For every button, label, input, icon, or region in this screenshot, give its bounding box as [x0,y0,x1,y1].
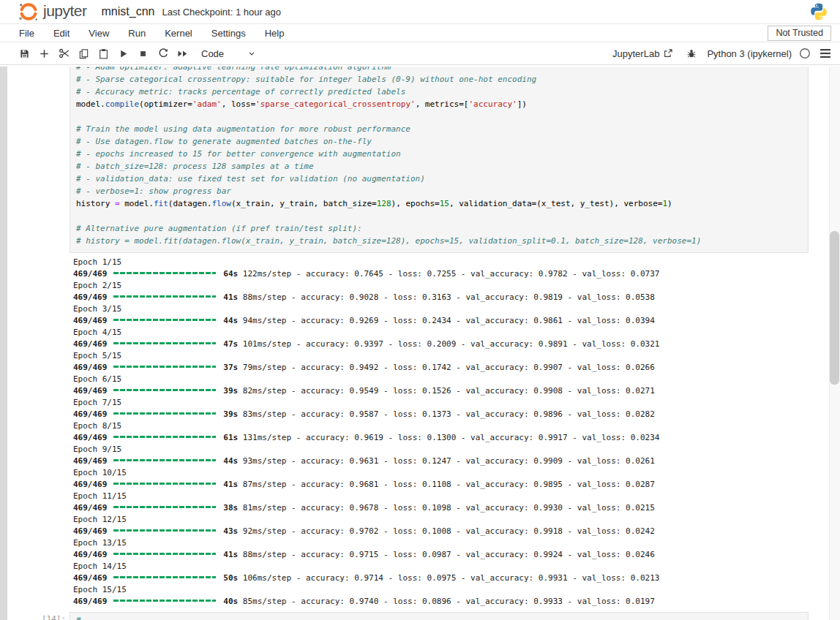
code-line: # - Sparse categorical crossentropy: sui… [76,73,802,86]
code-cell-content: # - Adam optimizer: adaptive learning ra… [70,67,808,252]
epoch-label: Epoch 13/15 [73,537,809,549]
epoch-time: 61s [223,433,238,442]
epoch-progress-line: 469/46940s 85ms/step - accuracy: 0.9740 … [73,596,809,608]
step-count: 469/469 [73,292,107,302]
step-count: 469/469 [73,456,107,466]
epoch-time: 41s [223,550,238,559]
code-line: # - Accuracy metric: tracks percentage o… [76,86,802,98]
progress-bar [113,295,216,298]
main-menu-icon[interactable] [820,48,831,58]
epoch-label: Epoch 5/15 [73,350,809,362]
epoch-progress-line: 469/46944s 94ms/step - accuracy: 0.9269 … [73,315,809,327]
code-line: model.compile(optimizer='adam', loss='sp… [76,98,802,110]
menu-settings[interactable]: Settings [202,28,255,39]
jupyter-logo[interactable]: jupyter [18,1,87,23]
paste-icon[interactable] [94,45,113,62]
step-count: 469/469 [73,550,107,559]
menu-help[interactable]: Help [255,28,294,39]
epoch-progress-line: 469/46947s 101ms/step - accuracy: 0.9397… [73,339,809,350]
notebook-title[interactable]: mnist_cnn [102,5,155,18]
step-count: 469/469 [73,386,107,396]
epoch-time: 39s [223,386,238,396]
epoch-time: 50s [223,573,238,583]
step-count: 469/469 [73,433,107,442]
save-icon[interactable] [15,45,34,62]
epoch-progress-line: 469/46950s 106ms/step - accuracy: 0.9714… [73,572,809,584]
code-line: history = model.fit(datagen.flow(x_train… [76,197,802,210]
menu-file[interactable]: File [19,28,44,39]
epoch-progress-line: 469/46938s 81ms/step - accuracy: 0.9678 … [73,502,809,514]
next-cell-content: # [76,616,81,620]
epoch-label: Epoch 6/15 [73,374,809,385]
epoch-time: 43s [223,526,238,536]
left-scroll-gutter[interactable] [0,67,7,620]
code-line: # - verbose=1: show progress bar [76,185,802,197]
menu-edit[interactable]: Edit [44,28,79,39]
progress-bar [113,436,216,438]
epoch-time: 44s [223,316,238,325]
jupyter-wordmark: jupyter [43,2,87,20]
step-count: 469/469 [73,503,107,513]
epoch-label: Epoch 10/15 [73,467,809,479]
epoch-label: Epoch 9/15 [73,444,809,455]
add-cell-icon[interactable] [34,45,54,62]
epoch-label: Epoch 12/15 [73,514,809,526]
execution-count-prompt: [14]: [42,614,66,620]
code-line: # - epochs increased to 15 for better co… [76,148,802,160]
progress-bar [113,576,216,578]
cell-type-dropdown[interactable]: Code [201,48,224,59]
epoch-progress-line: 469/46941s 88ms/step - accuracy: 0.9715 … [73,549,809,561]
kernel-name-label[interactable]: Python 3 (ipykernel) [707,48,792,59]
next-code-cell[interactable]: # [70,612,809,620]
run-cell-icon[interactable] [113,45,133,62]
progress-bar [113,529,216,532]
epoch-progress-line: 469/46944s 93ms/step - accuracy: 0.9631 … [73,455,809,467]
step-count: 469/469 [73,363,107,372]
step-count: 469/469 [73,316,107,325]
trust-status-badge[interactable]: Not Trusted [768,26,831,41]
epoch-label: Epoch 4/15 [73,327,809,339]
menu-kernel[interactable]: Kernel [155,28,202,39]
menu-view[interactable]: View [79,28,119,39]
progress-bar [113,272,216,274]
progress-bar [113,600,216,602]
epoch-progress-line: 469/46961s 131ms/step - accuracy: 0.9619… [73,432,809,444]
interrupt-kernel-icon[interactable] [133,45,153,62]
code-line: # Train the model using data augmentatio… [76,123,802,135]
scrollbar-thumb[interactable] [830,231,839,385]
epoch-label: Epoch 1/15 [73,257,809,268]
step-count: 469/469 [73,339,107,349]
notebook-panel: # - Adam optimizer: adaptive learning ra… [0,67,840,620]
step-count: 469/469 [73,597,107,606]
progress-bar [113,319,216,321]
notebook-toolbar: Code JupyterLab Python 3 (ipykernel) [0,42,840,65]
restart-kernel-icon[interactable] [153,45,173,62]
chevron-down-icon[interactable] [247,49,256,58]
epoch-progress-line: 469/46941s 88ms/step - accuracy: 0.9028 … [73,292,809,303]
progress-bar [113,506,216,508]
progress-bar [113,342,216,344]
kernel-status-icon[interactable] [799,48,811,59]
vertical-scrollbar[interactable] [829,67,840,620]
epoch-time: 64s [223,269,238,279]
cut-icon[interactable] [54,45,74,62]
run-all-icon[interactable] [173,45,192,62]
progress-bar [113,366,216,368]
code-cell-editor[interactable]: # - Adam optimizer: adaptive learning ra… [70,67,809,253]
epoch-progress-line: 469/46941s 87ms/step - accuracy: 0.9681 … [73,479,809,491]
debugger-icon[interactable] [686,48,697,58]
copy-icon[interactable] [74,45,94,62]
code-line: # - Use datagen.flow to generate augment… [76,135,802,148]
progress-bar [113,459,216,461]
menu-run[interactable]: Run [119,28,155,39]
menu-bar: File Edit View Run Kernel Settings Help … [0,24,840,42]
epoch-time: 41s [223,480,238,489]
code-line: # - validation_data: use fixed test set … [76,173,802,185]
open-in-jupyterlab-link[interactable]: JupyterLab [612,48,673,59]
epoch-label: Epoch 15/15 [73,584,809,596]
epoch-label: Epoch 7/15 [73,397,809,409]
python-logo-icon [809,2,828,21]
cell-output-area: Epoch 1/15469/46964s 122ms/step - accura… [73,257,809,608]
epoch-time: 41s [223,292,238,302]
jupyterlab-link-label: JupyterLab [612,48,659,59]
